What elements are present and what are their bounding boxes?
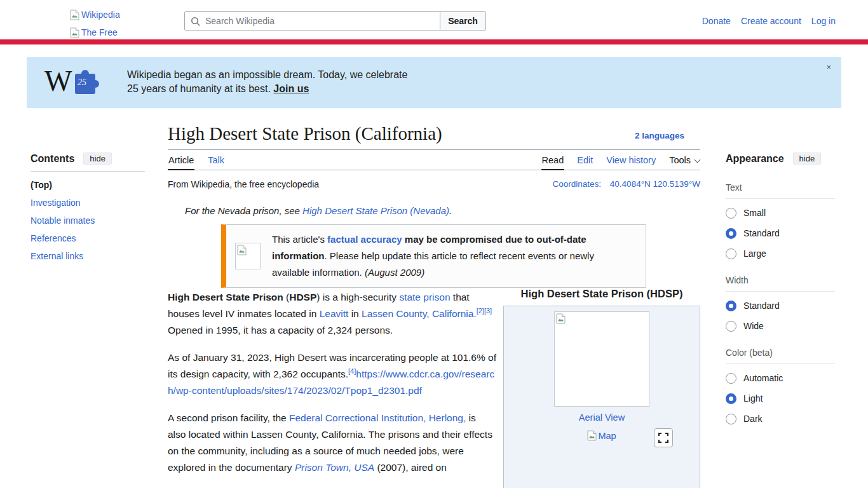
inline-link[interactable]: Prison Town, USA bbox=[295, 462, 374, 473]
fullscreen-icon bbox=[658, 433, 668, 443]
fullscreen-button[interactable] bbox=[654, 428, 673, 447]
anniversary-banner: W 25 Wikipedia began as an impossible dr… bbox=[27, 57, 841, 108]
text-run: This article's bbox=[272, 234, 327, 245]
appearance-panel: Appearance hide Text Small Standard Larg… bbox=[726, 152, 835, 429]
radio-width-standard[interactable]: Standard bbox=[726, 295, 835, 316]
languages-button[interactable]: 2 languages bbox=[635, 131, 684, 140]
broken-image-icon bbox=[70, 10, 79, 20]
tools-menu[interactable]: Tools bbox=[668, 151, 700, 170]
logo-alt-text: Wikipedia bbox=[81, 10, 120, 20]
radio-width-wide[interactable]: Wide bbox=[726, 316, 835, 336]
text-run: in bbox=[348, 308, 362, 319]
close-icon[interactable]: × bbox=[826, 62, 831, 72]
text-run: ( bbox=[283, 292, 289, 302]
article-body: High Desert State Prison (HDSP) is a hig… bbox=[168, 289, 496, 487]
warning-text: This article's factual accuracy may be c… bbox=[272, 231, 628, 281]
aerial-view-link[interactable]: Aerial View bbox=[504, 412, 700, 423]
toc-item-external-links[interactable]: External links bbox=[31, 252, 145, 261]
contents-title: Contents bbox=[31, 153, 74, 165]
radio-icon[interactable] bbox=[726, 248, 736, 259]
toc-item-references[interactable]: References bbox=[31, 234, 145, 243]
broken-image-icon bbox=[556, 313, 566, 324]
tab-talk[interactable]: Talk bbox=[207, 151, 225, 170]
site-header: Wikipedia The Free Search Donate Create … bbox=[0, 0, 868, 39]
personal-links: Donate Create account Log in bbox=[702, 16, 836, 26]
factual-accuracy-warning-box: This article's factual accuracy may be c… bbox=[221, 224, 646, 288]
text-run: HDSP bbox=[289, 292, 316, 302]
radio-text-standard[interactable]: Standard bbox=[726, 223, 835, 243]
contents-hide-button[interactable]: hide bbox=[83, 152, 112, 165]
logo-alt-text: The Free bbox=[81, 27, 118, 37]
text-run: . bbox=[449, 205, 452, 216]
radio-color-light[interactable]: Light bbox=[726, 388, 835, 409]
inline-link[interactable]: High Desert State Prison (Nevada) bbox=[302, 205, 449, 216]
wikipedia-w-mark: W bbox=[44, 64, 72, 99]
wikipedia-page: Wikipedia The Free Search Donate Create … bbox=[0, 0, 868, 488]
toc-item-investigation[interactable]: Investigation bbox=[31, 198, 145, 207]
create-account-link[interactable]: Create account bbox=[741, 16, 801, 26]
radio-color-dark[interactable]: Dark bbox=[726, 409, 835, 429]
wikipedia-logo[interactable]: Wikipedia The Free bbox=[70, 8, 146, 39]
coordinates-value-link[interactable]: 40.4084°N 120.5139°W bbox=[610, 179, 700, 189]
site-subtitle: From Wikipedia, the free encyclopedia bbox=[168, 179, 319, 189]
reference-link[interactable]: [3] bbox=[484, 307, 492, 315]
text-run: (2007), aired on bbox=[374, 462, 447, 473]
article-tab-bar: Article Talk Read Edit View history Tool… bbox=[168, 151, 700, 170]
article-meta-row: From Wikipedia, the free encyclopedia Co… bbox=[168, 179, 700, 189]
radio-icon[interactable] bbox=[726, 393, 736, 404]
title-divider bbox=[168, 149, 700, 150]
join-us-link[interactable]: Join us bbox=[273, 83, 309, 94]
radio-icon[interactable] bbox=[726, 373, 736, 384]
infobox: High Desert State Prison (HDSP) Aerial V… bbox=[503, 288, 700, 488]
text-run: A second prison facility, the bbox=[168, 412, 289, 423]
appearance-hide-button[interactable]: hide bbox=[793, 152, 822, 165]
text-run: High Desert State Prison bbox=[168, 292, 283, 302]
log-in-link[interactable]: Log in bbox=[811, 16, 836, 26]
donate-link[interactable]: Donate bbox=[702, 16, 731, 26]
text-run: Opened in 1995, it has a capacity of 2,3… bbox=[168, 325, 393, 336]
search-bar: Search bbox=[184, 11, 486, 30]
banner-message: Wikipedia began as an impossible dream. … bbox=[127, 68, 407, 96]
radio-icon[interactable] bbox=[726, 321, 736, 332]
section-label-text: Text bbox=[726, 177, 835, 199]
tab-article[interactable]: Article bbox=[168, 151, 194, 170]
inline-link[interactable]: Lassen County, California. bbox=[362, 308, 477, 319]
coordinates-label-link[interactable]: Coordinates: bbox=[553, 179, 602, 189]
radio-icon[interactable] bbox=[726, 414, 736, 424]
chevron-down-icon bbox=[695, 157, 701, 163]
inline-link[interactable]: Leavitt bbox=[320, 308, 349, 319]
search-icon bbox=[191, 17, 201, 27]
contents-sidebar: Contents hide (Top) Investigation Notabl… bbox=[31, 152, 145, 261]
paragraph: High Desert State Prison (HDSP) is a hig… bbox=[168, 289, 496, 339]
text-run: ) is a high-security bbox=[316, 292, 399, 302]
radio-color-automatic[interactable]: Automatic bbox=[726, 368, 835, 388]
puzzle-piece-icon: 25 bbox=[75, 74, 95, 94]
infobox-image-placeholder[interactable] bbox=[554, 311, 649, 407]
radio-icon[interactable] bbox=[726, 301, 736, 311]
tab-read[interactable]: Read bbox=[541, 151, 565, 170]
tab-view-history[interactable]: View history bbox=[606, 151, 656, 170]
inline-link[interactable]: factual accuracy bbox=[327, 234, 402, 245]
radio-text-small[interactable]: Small bbox=[726, 203, 835, 223]
text-run: (August 2009) bbox=[365, 267, 424, 278]
paragraph: As of January 31, 2023, High Desert was … bbox=[168, 349, 496, 399]
radio-icon[interactable] bbox=[726, 228, 736, 239]
reference-link[interactable]: [2] bbox=[477, 307, 484, 315]
search-button[interactable]: Search bbox=[440, 12, 485, 30]
inline-link[interactable]: Federal Correctional Institution, Herlon… bbox=[289, 412, 466, 423]
warning-image-placeholder bbox=[235, 243, 261, 269]
tab-edit[interactable]: Edit bbox=[576, 151, 593, 170]
radio-icon[interactable] bbox=[726, 208, 736, 219]
red-alert-bar bbox=[0, 39, 868, 44]
section-label-color: Color (beta) bbox=[726, 342, 835, 364]
section-label-width: Width bbox=[726, 270, 835, 292]
infobox-title: High Desert State Prison (HDSP) bbox=[503, 288, 700, 300]
search-input[interactable] bbox=[185, 12, 440, 30]
radio-text-large[interactable]: Large bbox=[726, 243, 835, 264]
broken-image-icon bbox=[587, 430, 597, 441]
toc-item-top[interactable]: (Top) bbox=[31, 180, 145, 189]
reference-link[interactable]: [4] bbox=[348, 367, 356, 375]
paragraph: A second prison facility, the Federal Co… bbox=[168, 410, 496, 476]
toc-item-notable-inmates[interactable]: Notable inmates bbox=[31, 216, 145, 225]
inline-link[interactable]: state prison bbox=[399, 292, 450, 302]
